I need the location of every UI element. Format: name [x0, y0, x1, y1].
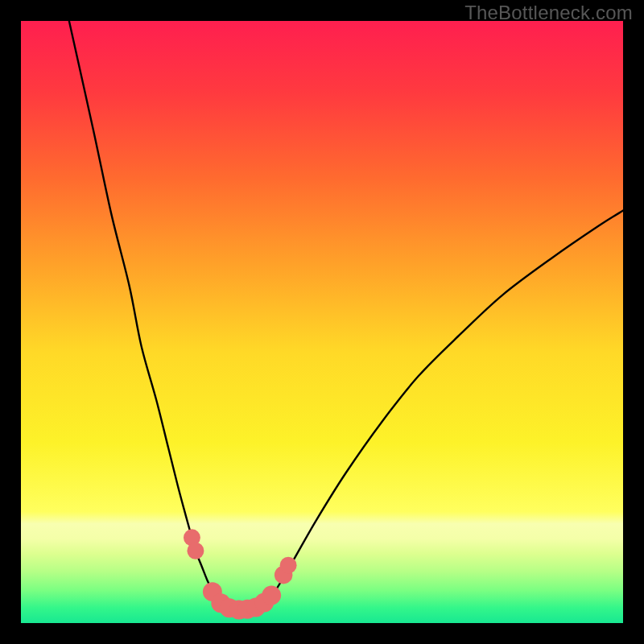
chart-frame: TheBottleneck.com [0, 0, 644, 644]
marker-point [280, 557, 297, 574]
chart-svg [21, 21, 623, 623]
plot-area [21, 21, 623, 623]
marker-point [187, 543, 204, 559]
marker-point [262, 586, 281, 605]
gradient-background [21, 21, 623, 623]
